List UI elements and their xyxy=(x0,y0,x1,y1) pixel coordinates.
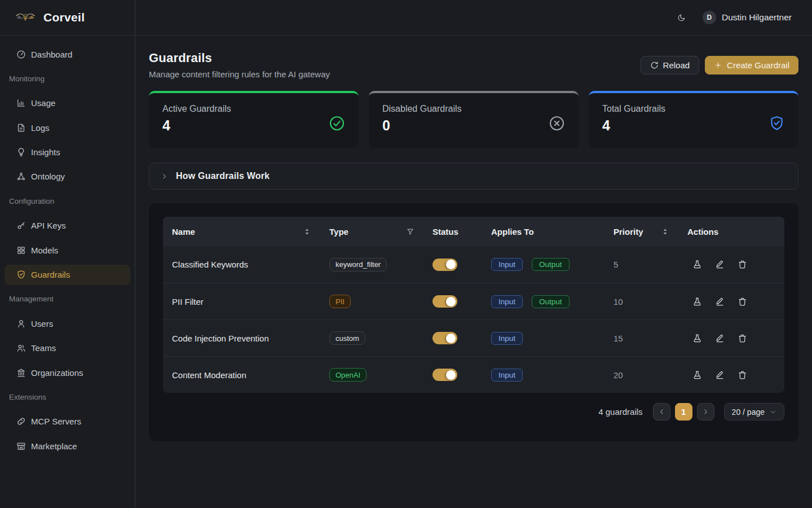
trash-icon xyxy=(738,297,747,306)
sidebar-item-usage[interactable]: Usage xyxy=(5,93,130,113)
edit-row-button[interactable] xyxy=(715,334,725,343)
flask-icon xyxy=(692,260,702,269)
trash-icon xyxy=(738,334,747,343)
landmark-icon xyxy=(16,368,26,378)
delete-row-button[interactable] xyxy=(738,297,747,306)
sidebar-item-label: Usage xyxy=(31,98,55,108)
row-actions xyxy=(678,370,784,380)
brand-name: Corveil xyxy=(43,11,85,24)
avatar: D xyxy=(703,11,716,24)
edit-row-button[interactable] xyxy=(715,260,725,269)
guardrail-type-cell: custom xyxy=(320,331,423,345)
delete-row-button[interactable] xyxy=(738,334,747,343)
stat-label: Disabled Guardrails xyxy=(382,103,462,115)
sidebar-item-models[interactable]: Models xyxy=(5,240,130,260)
status-toggle[interactable] xyxy=(433,259,457,271)
guardrail-priority: 20 xyxy=(604,370,678,380)
delete-row-button[interactable] xyxy=(738,260,747,269)
sidebar-item-teams[interactable]: Teams xyxy=(5,338,130,358)
applies-to-badge-output: Output xyxy=(532,295,570,308)
test-row-button[interactable] xyxy=(692,370,702,380)
guardrail-type-cell: OpenAI xyxy=(320,368,423,382)
stat-card-text: Total Guardrails4 xyxy=(602,103,665,134)
create-guardrail-button[interactable]: Create Guardrail xyxy=(705,56,798,75)
page-head-text: Guardrails Manage content filtering rule… xyxy=(149,50,330,80)
edit-row-button[interactable] xyxy=(715,297,725,306)
column-header-type[interactable]: Type xyxy=(320,227,423,237)
column-header-priority[interactable]: Priority xyxy=(604,227,678,237)
user-menu[interactable]: D Dustin Hilgaertner xyxy=(703,11,792,24)
sidebar-item-label: Dashboard xyxy=(31,50,72,59)
check-circle-icon xyxy=(329,115,345,132)
how-guardrails-work-panel[interactable]: How Guardrails Work xyxy=(149,163,798,190)
lightbulb-icon xyxy=(16,147,26,157)
reload-button[interactable]: Reload xyxy=(641,56,700,75)
table-row-classified-keywords: Classified Keywordskeyword_filterInputOu… xyxy=(163,246,784,283)
pencil-icon xyxy=(715,334,725,343)
pencil-icon xyxy=(715,260,725,269)
sidebar-item-organizations[interactable]: Organizations xyxy=(5,362,130,383)
guardrail-status-cell xyxy=(423,295,482,308)
sidebar-section-monitoring: Monitoring xyxy=(5,68,130,89)
reload-button-label: Reload xyxy=(663,60,690,70)
stat-card-text: Disabled Guardrails0 xyxy=(382,103,462,134)
file-text-icon xyxy=(16,123,26,133)
page-subtitle: Manage content filtering rules for the A… xyxy=(149,68,330,80)
status-toggle[interactable] xyxy=(433,332,457,344)
sidebar-item-api-keys[interactable]: API Keys xyxy=(5,216,130,236)
guardrail-status-cell xyxy=(423,332,482,344)
stat-icon-wrap xyxy=(769,115,785,132)
app: Corveil DashboardMonitoringUsageLogsInsi… xyxy=(0,0,812,508)
sidebar-item-users[interactable]: Users xyxy=(5,313,130,334)
sidebar-item-mcp-servers[interactable]: MCP Servers xyxy=(5,411,130,432)
pencil-icon xyxy=(715,297,725,306)
test-row-button[interactable] xyxy=(692,297,702,306)
filter-icon xyxy=(406,227,414,236)
page-1-button[interactable]: 1 xyxy=(675,403,692,421)
guardrail-priority: 5 xyxy=(604,260,678,269)
stat-card-text: Active Guardrails4 xyxy=(162,103,231,134)
sidebar-item-marketplace[interactable]: Marketplace xyxy=(5,436,130,456)
chevron-right-icon xyxy=(161,173,168,180)
theme-toggle-button[interactable] xyxy=(676,11,688,24)
type-tag: PII xyxy=(329,295,351,308)
table-row-content-moderation: Content ModerationOpenAIInput20 xyxy=(163,356,784,393)
column-header-label: Type xyxy=(329,227,348,237)
column-header-applies-to: Applies To xyxy=(482,227,604,237)
page-size-select[interactable]: 20 / page xyxy=(724,403,784,421)
next-page-button[interactable] xyxy=(697,403,714,421)
test-row-button[interactable] xyxy=(692,260,702,269)
edit-row-button[interactable] xyxy=(715,370,725,380)
sidebar-item-ontology[interactable]: Ontology xyxy=(5,167,130,187)
applies-to-cell: InputOutput xyxy=(482,258,604,271)
status-toggle[interactable] xyxy=(433,295,457,308)
x-circle-icon xyxy=(549,115,565,132)
stat-card-total-guardrails: Total Guardrails4 xyxy=(589,91,798,148)
flask-icon xyxy=(692,370,702,380)
flask-icon xyxy=(692,297,702,306)
column-header-label: Priority xyxy=(614,227,643,237)
sidebar-item-dashboard[interactable]: Dashboard xyxy=(5,44,130,64)
key-icon xyxy=(16,221,26,230)
shield-check-icon xyxy=(769,115,785,132)
previous-page-button[interactable] xyxy=(653,403,670,421)
stat-icon-wrap xyxy=(549,115,565,132)
network-icon xyxy=(16,172,26,181)
sidebar-item-label: MCP Servers xyxy=(31,417,81,426)
chevron-right-icon xyxy=(702,408,709,415)
column-header-name[interactable]: Name xyxy=(163,227,320,237)
sidebar-item-label: Models xyxy=(31,246,58,255)
sidebar-item-guardrails[interactable]: Guardrails xyxy=(5,265,130,285)
sidebar-section-management: Management xyxy=(5,289,130,309)
type-tag: OpenAI xyxy=(329,368,367,382)
sidebar-item-label: Organizations xyxy=(31,368,83,378)
test-row-button[interactable] xyxy=(692,334,702,343)
applies-to-cell: InputOutput xyxy=(482,295,604,308)
shield-check-icon xyxy=(16,270,26,279)
sidebar-item-insights[interactable]: Insights xyxy=(5,142,130,163)
status-toggle[interactable] xyxy=(433,369,457,381)
guardrail-type-cell: PII xyxy=(320,295,423,308)
column-header-label: Applies To xyxy=(491,227,534,237)
delete-row-button[interactable] xyxy=(738,370,747,380)
sidebar-item-logs[interactable]: Logs xyxy=(5,117,130,138)
